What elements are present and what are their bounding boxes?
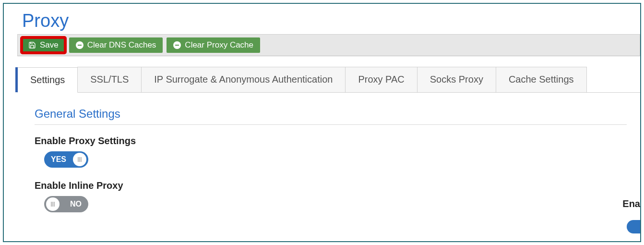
proxy-settings-panel: Proxy Save Clear DNS Caches Clear Proxy … [3, 3, 641, 242]
clear-dns-button[interactable]: Clear DNS Caches [69, 37, 163, 53]
save-button-label: Save [40, 40, 59, 50]
tab-ssl-tls[interactable]: SSL/TLS [77, 67, 142, 92]
tab-cache-settings[interactable]: Cache Settings [496, 67, 587, 92]
save-button[interactable]: Save [22, 37, 65, 53]
tab-content: General Settings Enable Proxy Settings Y… [4, 93, 627, 214]
enable-inline-proxy-label: Enable Inline Proxy [35, 180, 627, 191]
tabs: Settings SSL/TLS IP Surrogate & Anonymou… [17, 67, 640, 93]
tab-settings[interactable]: Settings [17, 67, 78, 93]
enable-proxy-toggle[interactable]: YES [44, 151, 88, 168]
toggle-knob [46, 197, 60, 211]
active-tab-marker [15, 67, 18, 92]
save-icon [28, 41, 36, 49]
page-title: Proxy [4, 4, 640, 34]
grip-icon [51, 202, 55, 207]
toggle-value: YES [51, 155, 66, 164]
clear-proxy-cache-label: Clear Proxy Cache [185, 40, 253, 50]
tab-socks-proxy[interactable]: Socks Proxy [417, 67, 496, 92]
tab-label: Settings [30, 74, 65, 85]
action-toolbar: Save Clear DNS Caches Clear Proxy Cache [17, 34, 640, 56]
toggle-knob [73, 153, 86, 166]
cutoff-label: Ena [622, 198, 640, 209]
minus-circle-icon [76, 41, 83, 49]
enable-inline-proxy-toggle[interactable]: NO [44, 196, 88, 212]
section-title-general: General Settings [35, 107, 627, 125]
cutoff-toggle-fragment[interactable] [627, 220, 640, 233]
clear-dns-label: Clear DNS Caches [87, 40, 156, 50]
tab-ip-surrogate[interactable]: IP Surrogate & Anonymous Authentication [141, 67, 346, 92]
toggle-value: NO [70, 200, 82, 208]
enable-proxy-label: Enable Proxy Settings [35, 135, 627, 147]
minus-circle-icon [173, 41, 181, 49]
tab-proxy-pac[interactable]: Proxy PAC [345, 67, 417, 92]
clear-proxy-cache-button[interactable]: Clear Proxy Cache [167, 37, 260, 53]
grip-icon [78, 157, 82, 162]
